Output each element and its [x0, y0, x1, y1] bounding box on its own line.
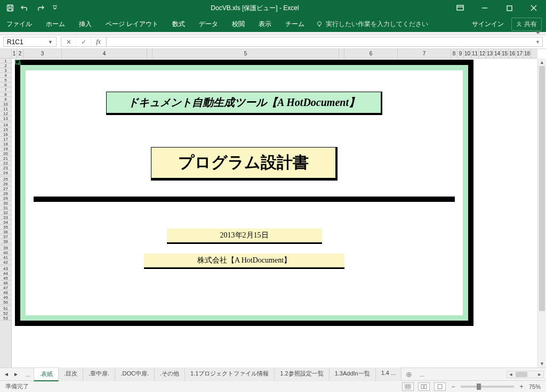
scroll-left-icon[interactable]: ◄: [507, 372, 515, 377]
status-ready: 準備完了: [5, 382, 29, 390]
column-header[interactable]: [147, 49, 152, 58]
ribbon-tabs: ファイル ホーム 挿入 ページ レイアウト 数式 データ 校閲 表示 チーム 実…: [0, 16, 546, 32]
column-header[interactable]: 13: [486, 49, 494, 58]
column-header[interactable]: 8: [451, 49, 457, 58]
cancel-formula-icon[interactable]: ✕: [61, 37, 76, 46]
add-sheet-icon[interactable]: ⊕: [402, 370, 416, 379]
zoom-out-button[interactable]: −: [450, 383, 456, 390]
tab-page-layout[interactable]: ページ レイアウト: [103, 17, 160, 32]
formula-input[interactable]: ▼: [107, 37, 543, 47]
company-field: 株式会社【A HotDocument】: [144, 254, 344, 269]
column-header[interactable]: 18: [524, 49, 531, 58]
tab-overflow-next[interactable]: ...: [416, 371, 428, 378]
zoom-level[interactable]: 75%: [529, 383, 541, 390]
svg-rect-20: [424, 385, 427, 389]
quick-access-toolbar: [0, 1, 62, 15]
tool-title-banner: ドキュメント自動生成ツール【A HotDocument】: [106, 92, 382, 115]
chevron-down-icon[interactable]: ▼: [48, 39, 53, 45]
column-header[interactable]: 9: [457, 49, 464, 58]
name-box-value: R1C1: [7, 38, 23, 46]
row-header[interactable]: 13: [0, 116, 11, 121]
scroll-right-icon[interactable]: ►: [536, 372, 543, 377]
select-all-corner[interactable]: [0, 49, 12, 59]
sheet-tab[interactable]: 1.2参照設定一覧: [275, 368, 329, 381]
vertical-scrollbar[interactable]: ▲ ▼: [537, 59, 546, 368]
row-header[interactable]: 53: [0, 316, 11, 321]
column-header[interactable]: 10: [464, 49, 471, 58]
zoom-in-button[interactable]: +: [518, 383, 525, 390]
tell-me-search[interactable]: 実行したい作業を入力してください: [316, 20, 428, 29]
tab-data[interactable]: データ: [197, 17, 220, 32]
tab-view[interactable]: 表示: [256, 17, 274, 32]
svg-rect-7: [507, 6, 512, 11]
row-header[interactable]: 24: [0, 170, 11, 175]
tab-formulas[interactable]: 数式: [170, 17, 187, 32]
column-header[interactable]: 11: [471, 49, 479, 58]
svg-rect-21: [438, 385, 442, 389]
tab-review[interactable]: 校閲: [230, 17, 247, 32]
column-header[interactable]: 4: [62, 49, 147, 58]
row-header[interactable]: 42: [0, 260, 11, 265]
column-header[interactable]: 14: [494, 49, 501, 58]
enter-formula-icon[interactable]: ✓: [76, 37, 91, 46]
divider-line: [34, 197, 455, 202]
scroll-thumb[interactable]: [539, 66, 545, 311]
sheet-tab[interactable]: .表紙: [34, 368, 59, 381]
column-header[interactable]: [339, 49, 344, 58]
minimize-icon[interactable]: [472, 0, 497, 16]
column-header[interactable]: 5: [152, 49, 339, 58]
sheet-tab[interactable]: .その他: [155, 368, 185, 381]
page-layout-view-icon[interactable]: [418, 382, 430, 391]
sheet-tab[interactable]: .目次: [59, 368, 83, 381]
column-header[interactable]: 15: [501, 49, 509, 58]
cell-canvas[interactable]: ドキュメント自動生成ツール【A HotDocument】 プログラム設計書 20…: [12, 59, 537, 368]
scroll-up-icon[interactable]: ▲: [538, 59, 546, 66]
sheet-tab[interactable]: .章中扉.: [83, 368, 115, 381]
name-box[interactable]: R1C1 ▼: [3, 37, 57, 47]
sheet-tab[interactable]: 1.3AddIn一覧: [330, 368, 376, 381]
column-header[interactable]: 2: [17, 49, 23, 58]
row-header[interactable]: 50: [0, 300, 11, 305]
column-header[interactable]: 12: [479, 49, 486, 58]
sheet-tab[interactable]: 1.1プロジェクトファイル情報: [185, 368, 275, 381]
tab-nav-next-icon[interactable]: ►: [12, 370, 20, 379]
date-field: 2013年2月15日: [167, 228, 322, 244]
row-header[interactable]: 38: [0, 239, 11, 244]
column-header[interactable]: 16: [509, 49, 516, 58]
column-header[interactable]: 17: [516, 49, 524, 58]
share-button[interactable]: 共有: [511, 18, 542, 31]
scroll-down-icon[interactable]: ▼: [538, 360, 546, 368]
horizontal-scrollbar[interactable]: ◄ ►: [507, 371, 544, 378]
tell-me-label: 実行したい作業を入力してください: [326, 20, 428, 29]
maximize-icon[interactable]: [497, 0, 521, 16]
qat-customize-icon[interactable]: [48, 1, 62, 15]
sheet-tab[interactable]: .DOC中扉.: [115, 368, 155, 381]
column-header[interactable]: 6: [344, 49, 398, 58]
sheet-tab[interactable]: 1.4 ...: [376, 368, 402, 381]
zoom-slider[interactable]: [461, 386, 514, 388]
zoom-slider-handle[interactable]: [477, 383, 481, 390]
tab-overflow-prev[interactable]: ...: [22, 371, 34, 378]
column-headers[interactable]: 123456789101112131415161718: [12, 49, 537, 59]
hscroll-thumb[interactable]: [516, 372, 527, 377]
fx-icon[interactable]: fx: [91, 37, 106, 46]
page-break-view-icon[interactable]: [434, 382, 446, 391]
close-icon[interactable]: [521, 0, 546, 16]
tab-team[interactable]: チーム: [283, 17, 307, 32]
ribbon-collapse-strip[interactable]: [0, 32, 546, 35]
save-icon[interactable]: [3, 1, 17, 15]
column-header[interactable]: 3: [23, 49, 62, 58]
column-header[interactable]: 1: [12, 49, 17, 58]
row-headers[interactable]: 1234567891011121314151617181920212223242…: [0, 59, 12, 368]
undo-icon[interactable]: [18, 1, 32, 15]
sign-in-link[interactable]: サインイン: [472, 20, 504, 29]
tab-insert[interactable]: 挿入: [77, 17, 94, 32]
tab-nav-prev-icon[interactable]: ◄: [2, 370, 11, 379]
tab-file[interactable]: ファイル: [4, 17, 34, 32]
tab-home[interactable]: ホーム: [44, 17, 67, 32]
column-header[interactable]: 7: [398, 49, 451, 58]
status-bar: 準備完了 − + 75%: [0, 380, 546, 392]
redo-icon[interactable]: [33, 1, 47, 15]
normal-view-icon[interactable]: [402, 382, 414, 391]
ribbon-display-icon[interactable]: [448, 0, 472, 16]
